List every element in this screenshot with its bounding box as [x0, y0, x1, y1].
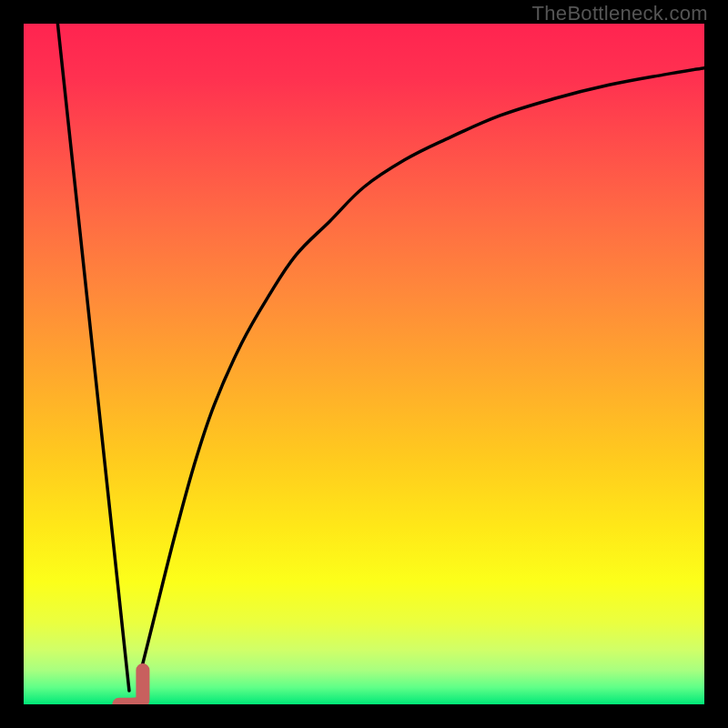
watermark-text: TheBottleneck.com — [532, 2, 708, 25]
right-ascending-curve — [139, 68, 704, 677]
plot-area — [24, 24, 704, 704]
left-descending-line — [57, 24, 129, 691]
chart-curves — [24, 24, 704, 704]
marker-j-shape — [119, 671, 143, 704]
